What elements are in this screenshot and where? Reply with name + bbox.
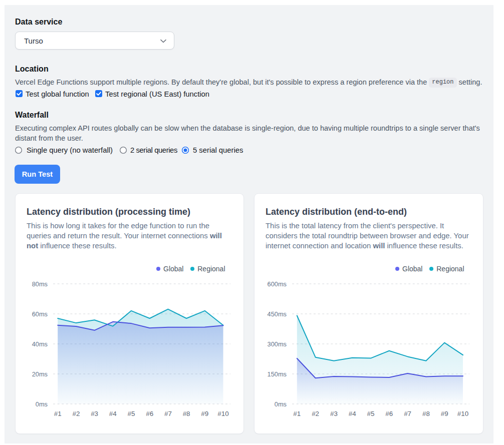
svg-text:#4: #4 — [349, 410, 356, 417]
svg-text:#2: #2 — [312, 410, 319, 417]
svg-text:#10: #10 — [217, 410, 228, 417]
svg-text:#5: #5 — [128, 410, 135, 417]
svg-text:#8: #8 — [183, 410, 190, 417]
svg-text:#6: #6 — [385, 410, 393, 417]
svg-text:80ms: 80ms — [32, 280, 48, 288]
svg-text:#1: #1 — [54, 410, 62, 417]
svg-text:#3: #3 — [91, 410, 98, 417]
svg-text:20ms: 20ms — [32, 370, 48, 378]
svg-text:600ms: 600ms — [268, 280, 287, 288]
svg-text:#10: #10 — [457, 410, 468, 417]
svg-text:150ms: 150ms — [268, 370, 287, 378]
svg-text:0ms: 0ms — [36, 400, 48, 408]
svg-text:40ms: 40ms — [32, 340, 48, 348]
svg-text:#6: #6 — [146, 410, 153, 417]
svg-text:#3: #3 — [330, 410, 338, 417]
svg-text:#4: #4 — [109, 410, 117, 417]
svg-text:60ms: 60ms — [32, 310, 48, 318]
svg-text:#8: #8 — [422, 410, 430, 417]
svg-text:#5: #5 — [367, 410, 375, 417]
svg-text:#7: #7 — [164, 410, 172, 417]
svg-text:0ms: 0ms — [275, 400, 287, 408]
svg-text:#2: #2 — [72, 410, 80, 417]
svg-text:#7: #7 — [404, 410, 411, 417]
svg-text:450ms: 450ms — [268, 310, 287, 318]
svg-text:#9: #9 — [441, 410, 448, 417]
svg-text:#1: #1 — [293, 410, 301, 417]
svg-text:#9: #9 — [201, 410, 208, 417]
svg-text:300ms: 300ms — [268, 340, 287, 348]
